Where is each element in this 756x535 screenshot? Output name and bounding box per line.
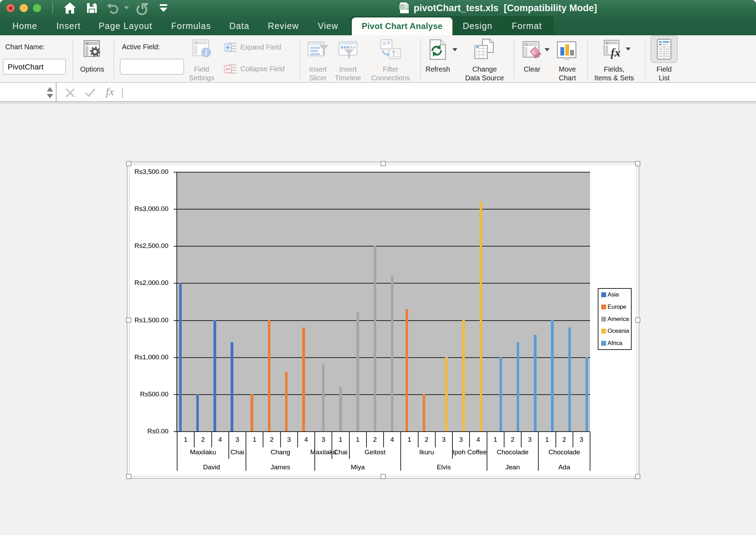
svg-text:i: i (205, 48, 208, 57)
svg-text:fx: fx (611, 46, 620, 59)
